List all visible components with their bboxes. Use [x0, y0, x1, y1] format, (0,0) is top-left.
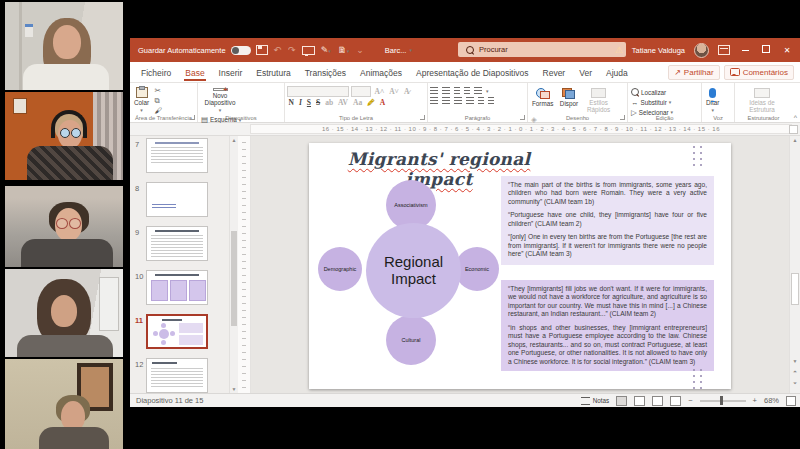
text-shadow-icon[interactable]: ab — [324, 98, 335, 107]
dialog-launcher-icon[interactable] — [520, 115, 525, 120]
previous-slide-icon[interactable]: ⏶ — [790, 368, 800, 375]
document-name[interactable]: Barc... ▾ — [385, 46, 412, 55]
slide-9-thumbnail[interactable] — [146, 226, 208, 261]
replace-button[interactable]: ↔Substituir▾ — [631, 99, 673, 107]
next-slide-icon[interactable]: ⏷ — [790, 380, 800, 387]
increase-indent-icon[interactable] — [464, 87, 470, 94]
find-button[interactable]: Localizar — [631, 88, 673, 96]
format-painter-icon[interactable]: 🖌 — [155, 107, 163, 115]
tab-animacoes[interactable]: Animações — [353, 64, 409, 81]
search-input[interactable]: Procurar — [458, 42, 626, 57]
bullets-icon[interactable] — [430, 87, 438, 94]
undo-icon[interactable]: ↶ — [273, 46, 283, 55]
scroll-down-icon[interactable]: ▼ — [790, 358, 800, 364]
reading-view-icon[interactable] — [652, 396, 663, 406]
warning-icon[interactable]: ⚠ — [615, 45, 623, 55]
quick-styles-button[interactable]: Estilos Rápidos — [583, 85, 615, 114]
quote-box-1[interactable]: “The main part of the births is from imm… — [501, 176, 714, 265]
panel-scrollbar[interactable]: ▲ ▼ — [229, 136, 238, 393]
arrange-button[interactable]: Dispor — [558, 85, 580, 114]
slide-sorter-view-icon[interactable] — [634, 396, 645, 406]
new-slide-button[interactable]: Novo Diapositivo ▾ — [200, 85, 240, 114]
tab-inserir[interactable]: Inserir — [212, 64, 250, 81]
shapes-button[interactable]: Formas — [530, 85, 555, 114]
scroll-down-icon[interactable]: ▼ — [230, 386, 238, 392]
bold-button[interactable]: N — [287, 98, 295, 107]
close-button[interactable]: ✕ — [781, 46, 793, 55]
fit-to-window-icon[interactable] — [786, 396, 796, 406]
decrease-indent-icon[interactable] — [454, 87, 460, 94]
normal-view-icon[interactable] — [616, 396, 627, 406]
participant-video-5[interactable] — [5, 359, 123, 449]
collapse-ribbon-icon[interactable]: ^ — [794, 114, 797, 121]
columns-icon[interactable] — [478, 97, 484, 104]
slide-7-thumbnail[interactable] — [146, 138, 208, 173]
zoom-out-button[interactable]: − — [688, 396, 692, 405]
comments-button[interactable]: Comentários — [724, 65, 794, 80]
dialog-launcher-icon[interactable] — [420, 115, 425, 120]
dictate-button[interactable]: Ditar ▾ — [704, 85, 721, 114]
zoom-level[interactable]: 68% — [764, 396, 779, 405]
slide-12-thumbnail[interactable] — [146, 358, 208, 393]
scroll-up-icon[interactable]: ▲ — [230, 137, 238, 143]
minimize-button[interactable] — [739, 46, 751, 55]
diagram-circle-cultural[interactable]: Cultural — [386, 315, 436, 365]
participant-video-3[interactable] — [5, 186, 123, 267]
strikethrough-button[interactable]: S — [315, 98, 322, 107]
participant-video-1[interactable] — [5, 2, 123, 90]
panel-scrollbar-thumb[interactable] — [231, 231, 237, 326]
grow-font-icon[interactable]: A˄ — [373, 87, 386, 96]
zoom-slider-thumb[interactable] — [720, 396, 723, 405]
tab-ficheiro[interactable]: Ficheiro — [134, 64, 178, 81]
slide-10-thumbnail[interactable] — [146, 270, 208, 305]
align-left-icon[interactable] — [430, 97, 438, 104]
design-ideas-button[interactable]: Ideias de Estrutura — [737, 85, 787, 114]
participant-video-4[interactable] — [5, 269, 123, 357]
slide-8-thumbnail[interactable] — [146, 182, 208, 217]
customize-toolbar-icon[interactable]: ⌄ — [355, 46, 365, 55]
diagram-circle-economic[interactable]: Economic — [455, 247, 499, 291]
tab-rever[interactable]: Rever — [536, 64, 573, 81]
avatar[interactable] — [694, 43, 709, 58]
tab-base[interactable]: Base — [178, 64, 211, 81]
start-presentation-icon[interactable] — [302, 46, 315, 55]
slide-canvas[interactable]: Migrants' regional impact Associativism … — [309, 143, 731, 389]
underline-button[interactable]: S — [305, 98, 312, 107]
dialog-launcher-icon[interactable] — [620, 115, 625, 120]
document-icon[interactable]: 🗎▾ — [337, 46, 351, 55]
paste-button[interactable]: Colar ▾ — [132, 85, 151, 114]
share-button[interactable]: ↗ Partilhar — [668, 65, 720, 80]
tab-estrutura[interactable]: Estrutura — [249, 64, 298, 81]
scroll-up-icon[interactable]: ▲ — [790, 137, 800, 143]
align-right-icon[interactable] — [454, 97, 462, 104]
shrink-font-icon[interactable]: A˅ — [388, 87, 401, 96]
notes-button[interactable]: Notas — [581, 397, 609, 405]
slideshow-view-icon[interactable] — [670, 396, 681, 406]
participant-video-2[interactable] — [5, 92, 123, 180]
restore-button[interactable] — [760, 45, 772, 55]
slide-11-thumbnail-selected[interactable] — [146, 314, 208, 349]
user-name[interactable]: Tatiane Valduga — [632, 46, 685, 55]
cut-icon[interactable]: ✂ — [155, 87, 163, 95]
justify-icon[interactable] — [466, 97, 474, 104]
slide-scrollbar[interactable]: ▲ ▼ ⏶ ⏷ — [789, 136, 800, 393]
highlight-color-icon[interactable]: 🖉 — [366, 98, 377, 107]
dialog-launcher-icon[interactable] — [190, 115, 195, 120]
autosave-toggle[interactable] — [231, 46, 251, 55]
save-icon[interactable] — [256, 45, 268, 55]
tab-ajuda[interactable]: Ajuda — [599, 64, 635, 81]
tab-ver[interactable]: Ver — [572, 64, 599, 81]
scrollbar-thumb[interactable] — [791, 273, 799, 305]
ribbon-options-icon[interactable] — [718, 45, 730, 55]
character-spacing-icon[interactable]: AV — [337, 98, 350, 107]
numbering-icon[interactable] — [442, 87, 450, 94]
quote-box-2[interactable]: “They [immigrants] fill jobs we don't wa… — [501, 280, 714, 371]
font-color-icon[interactable]: A — [378, 98, 386, 107]
font-name-select[interactable] — [287, 86, 349, 97]
tab-apresentacao[interactable]: Apresentação de Diapositivos — [409, 64, 535, 81]
zoom-in-button[interactable]: + — [753, 396, 757, 405]
zoom-slider[interactable] — [700, 400, 746, 402]
diagram-circle-demographic[interactable]: Demographic — [318, 247, 362, 291]
change-case-icon[interactable]: Aa — [351, 98, 363, 107]
pen-icon[interactable]: ✎▾ — [320, 46, 332, 55]
